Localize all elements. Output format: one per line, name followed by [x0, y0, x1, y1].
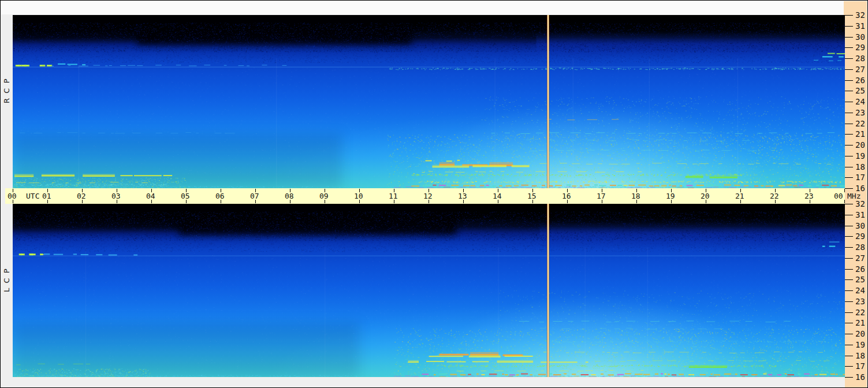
freq-tick-label: 29	[855, 232, 865, 241]
freq-tick	[845, 167, 853, 167]
time-tick-label: 12	[423, 192, 433, 200]
time-tick-label: 19	[666, 192, 675, 200]
freq-tick	[845, 269, 853, 270]
freq-tick	[845, 188, 853, 189]
freq-tick	[845, 247, 853, 248]
freq-tick	[845, 58, 853, 59]
freq-tick-label: 30	[855, 32, 865, 42]
freq-tick-label: 16	[855, 372, 865, 382]
freq-tick-label: 29	[855, 43, 865, 52]
time-tick-label: 15	[527, 192, 537, 200]
freq-tick-label: 21	[855, 129, 865, 139]
time-axis: 0001020304050607080910111213141516171819…	[1, 188, 868, 204]
freq-tick	[845, 226, 853, 226]
freq-tick	[845, 26, 853, 27]
freq-tick-label: 30	[855, 221, 865, 230]
freq-tick	[845, 134, 853, 135]
time-tick	[844, 189, 845, 192]
freq-tick-label: 17	[855, 361, 865, 371]
side-label-lcp: L C P	[1, 282, 13, 290]
time-tick	[844, 200, 845, 203]
freq-tick	[845, 301, 853, 302]
freq-tick-label: 18	[855, 162, 865, 171]
freq-tick-label: 17	[855, 173, 865, 182]
freq-tick-label: 31	[855, 210, 865, 219]
time-tick-label: 02	[77, 192, 86, 200]
freq-tick	[845, 258, 853, 259]
freq-tick	[845, 47, 853, 48]
time-tick-label: 00	[834, 192, 843, 200]
freq-tick-label: 18	[855, 351, 865, 360]
freq-tick-label: 24	[855, 97, 865, 106]
freq-tick	[845, 124, 853, 124]
lcp-label-text: L C P	[2, 280, 11, 292]
freq-tick	[845, 102, 853, 102]
freq-tick-label: 23	[855, 297, 865, 306]
freq-tick-label: 19	[855, 151, 865, 161]
time-tick-label: 20	[701, 192, 710, 200]
freq-tick	[845, 279, 853, 280]
freq-tick-label: 22	[855, 119, 865, 128]
freq-tick	[845, 37, 853, 38]
time-tick-label: 01	[42, 192, 51, 200]
spectrograph-window: AJ4CO Observatory 15 Jan 2021 - DPS on T…	[0, 0, 868, 388]
freq-tick-label: 31	[855, 21, 865, 31]
time-tick-label: 07	[250, 192, 259, 200]
freq-tick	[845, 236, 853, 237]
time-tick-label: 03	[111, 192, 121, 200]
freq-tick-label: 21	[855, 318, 865, 327]
freq-tick	[845, 145, 853, 146]
freq-tick-label: 19	[855, 340, 865, 349]
freq-tick	[845, 156, 853, 156]
time-tick-label: 05	[181, 192, 190, 200]
freq-tick-label: 22	[855, 308, 865, 317]
time-tick-label: 04	[146, 192, 155, 200]
freq-tick	[845, 366, 853, 367]
freq-tick	[845, 377, 853, 378]
freq-tick-label: 26	[855, 264, 865, 274]
freq-tick-label: 28	[855, 54, 865, 63]
rcp-label-text: R C P	[2, 91, 11, 103]
freq-tick	[845, 80, 853, 81]
side-label-rcp: R C P	[1, 93, 13, 102]
freq-tick-label: 27	[855, 253, 865, 263]
freq-tick-label: 25	[855, 275, 865, 284]
freq-tick-label: 23	[855, 108, 865, 117]
freq-tick-label: 16	[855, 184, 865, 193]
freq-tick	[845, 345, 853, 345]
time-tick-label: 21	[735, 192, 744, 200]
time-tick-label: 11	[389, 192, 398, 200]
freq-tick-label: 20	[855, 140, 865, 150]
time-tick-label: 18	[631, 192, 640, 200]
freq-tick	[845, 204, 853, 204]
freq-tick	[845, 113, 853, 113]
freq-tick	[845, 69, 853, 70]
rcp-spectrogram-canvas	[13, 15, 845, 188]
freq-tick	[845, 323, 853, 323]
time-tick-label: 08	[285, 192, 294, 200]
time-tick-label: 06	[215, 192, 225, 200]
bottom-strip	[1, 377, 845, 388]
freq-tick-label: 26	[855, 76, 865, 85]
time-tick-label: 14	[493, 192, 502, 200]
freq-tick	[845, 312, 853, 313]
utc-label: UTC	[26, 192, 39, 200]
time-tick-label: 22	[770, 192, 779, 200]
freq-tick-label: 32	[855, 199, 865, 208]
time-tick-label: 23	[804, 192, 814, 200]
freq-tick	[845, 215, 853, 215]
time-tick-label: 10	[354, 192, 363, 200]
freq-tick-label: 24	[855, 286, 865, 295]
freq-tick-label: 25	[855, 86, 865, 95]
freq-tick-label: 32	[855, 10, 865, 20]
time-tick-label: 00	[8, 192, 17, 200]
time-tick-label: 09	[319, 192, 329, 200]
freq-tick	[845, 177, 853, 178]
title-bar: AJ4CO Observatory 15 Jan 2021 - DPS on T…	[1, 1, 844, 14]
freq-tick	[845, 334, 853, 334]
lcp-spectrogram-canvas	[13, 204, 845, 377]
time-tick-label: 16	[562, 192, 571, 200]
freq-tick-label: 20	[855, 329, 865, 338]
freq-tick	[845, 290, 853, 291]
freq-tick	[845, 356, 853, 356]
